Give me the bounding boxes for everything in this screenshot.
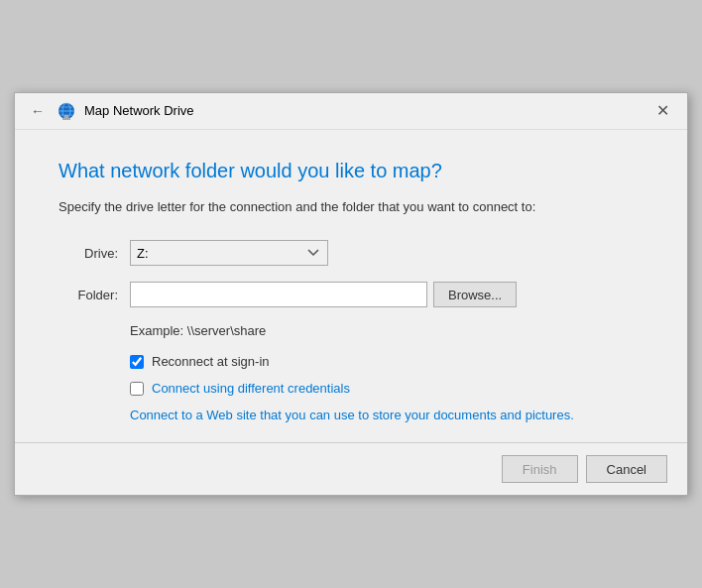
example-text: Example: \\server\share [130,323,644,338]
reconnect-label: Reconnect at sign-in [152,354,270,369]
folder-input[interactable] [130,282,427,307]
web-link-row: Connect to a Web site that you can use t… [130,408,644,422]
drive-label: Drive: [58,246,118,261]
browse-button[interactable]: Browse... [433,282,517,307]
finish-button[interactable]: Finish [502,455,578,483]
dialog-content: What network folder would you like to ma… [15,130,687,442]
web-site-link[interactable]: Connect to a Web site that you can use t… [130,408,574,422]
close-button[interactable]: ✕ [650,101,675,121]
drive-row: Drive: Z: Y: X: W: V: [58,240,644,266]
folder-label: Folder: [58,288,118,302]
different-creds-label: Connect using different credentials [152,381,350,396]
different-creds-checkbox[interactable] [130,382,144,396]
title-bar-left: ← Map Network Drive [27,101,194,121]
svg-rect-6 [62,118,70,120]
description-text: Specify the drive letter for the connect… [58,198,644,216]
drive-select[interactable]: Z: Y: X: W: V: [130,240,328,266]
different-creds-row: Connect using different credentials [130,381,644,396]
title-bar: ← Map Network Drive ✕ [15,93,687,130]
cancel-button[interactable]: Cancel [586,455,667,483]
dialog-title: Map Network Drive [84,103,194,118]
map-network-drive-dialog: ← Map Network Drive ✕ What network folde… [14,92,688,496]
folder-input-group: Browse... [130,282,517,307]
main-heading: What network folder would you like to ma… [58,160,644,182]
reconnect-checkbox[interactable] [130,355,144,369]
back-button[interactable]: ← [27,101,49,121]
reconnect-row: Reconnect at sign-in [130,354,644,369]
dialog-footer: Finish Cancel [15,442,687,495]
network-drive-icon [57,101,76,121]
folder-row: Folder: Browse... [58,282,644,307]
